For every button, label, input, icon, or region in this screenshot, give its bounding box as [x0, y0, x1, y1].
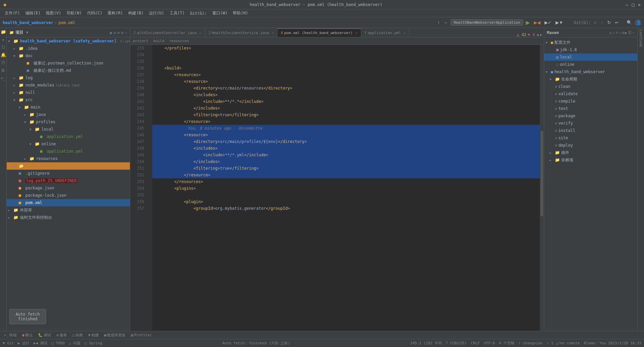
tab-service[interactable]: J HealthIncidentService.java ✕	[205, 28, 277, 37]
maven-config-folder[interactable]: ▼ ■ 配置文件	[544, 39, 637, 46]
status-spring[interactable]: ○ Spring	[84, 341, 102, 345]
tree-item-package[interactable]: ■ package.json	[7, 184, 130, 192]
status-git[interactable]: ▼ Git	[3, 341, 14, 345]
menu-file[interactable]: 文件(F)	[3, 10, 22, 17]
maximize-button[interactable]: □	[632, 2, 634, 7]
menu-refactor[interactable]: 重构(R)	[105, 10, 125, 17]
maven-online[interactable]: ☐ online	[544, 61, 637, 68]
tree-item-online-folder[interactable]: ▼ 📁 online	[7, 140, 130, 148]
bottom-tab-terminal[interactable]: >_ 终端	[3, 333, 18, 338]
status-problems[interactable]: △ 问题	[69, 341, 80, 346]
tree-item-online-yml[interactable]: ■ application.yml	[7, 148, 130, 155]
code-area[interactable]: </profiles> <build> <resources> <resourc…	[152, 45, 540, 331]
menu-code[interactable]: 代码(C)	[85, 10, 104, 17]
debug-button[interactable]: ▶◀	[532, 19, 542, 26]
maven-test[interactable]: ⚙ test	[544, 105, 637, 112]
close-panel-icon[interactable]: −	[125, 30, 127, 35]
maven-remove-icon[interactable]: −	[619, 30, 621, 35]
maven-settings-icon[interactable]: ⚙	[622, 30, 624, 35]
maven-close-icon[interactable]: −	[632, 30, 635, 35]
status-encoding[interactable]: UTF-8	[484, 341, 495, 345]
tree-item-gitignore[interactable]: ■ .gitignore	[7, 170, 130, 177]
terminal-icon-left[interactable]: >_	[1, 75, 6, 80]
scrollbar-area[interactable]	[540, 45, 544, 331]
back-button[interactable]: ←	[442, 19, 449, 26]
tab-close-1[interactable]: ✕	[199, 31, 201, 35]
structure-icon[interactable]: ☷	[1, 45, 5, 50]
tree-item-java[interactable]: ► 📁 java	[7, 111, 130, 118]
status-lineending[interactable]: CRLF	[471, 341, 480, 345]
breadcrumb-resources[interactable]: resources	[169, 39, 189, 43]
menu-navigate[interactable]: 导航(N)	[64, 10, 84, 17]
tree-item-null[interactable]: ► 📁 null	[7, 89, 130, 96]
tab-controller[interactable]: J althIncidentController.java ✕	[130, 28, 205, 37]
tab-pom[interactable]: X pom.xml (health_band_webserver) ✕	[277, 28, 361, 37]
bottom-tab-db[interactable]: ▣ 数据库更改	[103, 333, 127, 338]
maven-download-icon[interactable]: ↓	[613, 30, 615, 35]
vcs-icon[interactable]: ☶	[1, 60, 5, 65]
maven-deploy[interactable]: ⚙ deploy	[544, 142, 637, 149]
search-everywhere-button[interactable]: 🔍	[625, 19, 633, 26]
tree-item-local-yml[interactable]: ■ application.yml	[7, 133, 130, 140]
tab-close-4[interactable]: ✕	[404, 31, 406, 35]
project-icon[interactable]: 📁	[1, 29, 6, 34]
tree-item-main[interactable]: ▼ 📁 main	[7, 104, 130, 111]
maven-refresh-icon[interactable]: ↻	[609, 30, 612, 35]
status-debug-btn[interactable]: ▶◀ 调试	[33, 341, 47, 346]
locate-icon[interactable]: ◉	[110, 30, 112, 35]
bottom-tab-services[interactable]: ⚙ 服务	[55, 333, 68, 338]
scrollbar-thumb[interactable]	[541, 131, 543, 216]
status-run[interactable]: ▶ 运行	[18, 341, 29, 346]
tree-item-external[interactable]: ► 📁 外部库	[7, 206, 130, 214]
maven-project-root[interactable]: ▼ ■ health_band_webserver	[544, 68, 637, 75]
menu-window[interactable]: 窗口(W)	[210, 10, 230, 17]
close-button[interactable]: ✕	[638, 2, 641, 7]
maven-local[interactable]: ☑ local	[544, 53, 637, 61]
maven-run-icon[interactable]: ▶	[625, 30, 627, 35]
scroll-left-icon[interactable]: ◀	[536, 32, 539, 37]
maven-dependencies-folder[interactable]: ► 📁 依赖项	[544, 156, 637, 164]
tree-item-logpath[interactable]: ■ log.path_IS_UNDEFINED	[7, 177, 130, 184]
menu-tools[interactable]: 工具(T)	[168, 10, 187, 17]
git-commit-button[interactable]: ✓	[592, 19, 599, 26]
maven-lifecycle-folder[interactable]: ▼ 📁 生命周期	[544, 75, 637, 83]
panel-dropdown-icon[interactable]: ▼	[26, 30, 28, 35]
vcs-update-button[interactable]: ↑	[436, 19, 441, 26]
bottom-tab-debug[interactable]: 🐛 调试	[37, 333, 52, 338]
tree-item-resources[interactable]: ► 📁 resources	[7, 155, 130, 162]
tab-yml[interactable]: Y application.yml ✕	[361, 28, 409, 37]
menu-run[interactable]: 运行(U)	[147, 10, 166, 17]
tree-item-profiles[interactable]: ▼ 📁 profiles	[7, 118, 130, 126]
settings-icon[interactable]: ⚙	[121, 30, 124, 35]
tree-item-nodemodules[interactable]: ► 📁 node_modules library root	[7, 81, 130, 89]
maven-site[interactable]: ⚙ site	[544, 134, 637, 142]
breadcrumb-project[interactable]: project	[133, 39, 148, 43]
scroll-right-icon[interactable]: ▶	[540, 32, 543, 37]
menu-help[interactable]: 帮助(H)	[231, 10, 250, 17]
git-undo-button[interactable]: ↩	[614, 19, 620, 26]
tree-item-pom[interactable]: ■ pom.xml	[7, 199, 130, 206]
tree-item-target[interactable]: ► 📁 target	[7, 162, 130, 170]
tree-item-root[interactable]: ▼ 📁 health_band_webserver [safety_webser…	[7, 37, 130, 45]
status-branch[interactable]: ↑ shangxian	[518, 341, 543, 345]
git-fetch-button[interactable]: ↻	[606, 19, 612, 26]
status-todo[interactable]: □ TODO	[51, 341, 65, 345]
tree-item-postman[interactable]: ■ 健康记.postman_collection.json	[7, 59, 130, 67]
tree-item-log[interactable]: ► 📁 log	[7, 74, 130, 81]
minimize-button[interactable]: —	[626, 2, 628, 7]
bookmarks-icon[interactable]: ★	[2, 37, 5, 42]
tab-close-2[interactable]: ✕	[272, 31, 274, 35]
menu-build[interactable]: 构建(B)	[126, 10, 146, 17]
tree-item-scratch[interactable]: ► 📁 临时文件和控制台	[7, 214, 130, 221]
run-button[interactable]: ▶	[524, 19, 531, 26]
coverage-button[interactable]: ▶✓	[543, 19, 553, 26]
maven-plugins-folder[interactable]: ► 📁 插件	[544, 149, 637, 156]
database-icon[interactable]: 🗏	[1, 68, 5, 73]
tree-item-idea[interactable]: ► 📁 .idea	[7, 45, 130, 52]
breadcrumb-build[interactable]: build	[153, 39, 164, 43]
maven-jdk[interactable]: ■ jdk-1.8	[544, 46, 637, 53]
bottom-tab-breakpoints[interactable]: ● 断点	[21, 333, 34, 338]
menu-view[interactable]: 视图(V)	[44, 10, 63, 17]
expand-all-icon[interactable]: ≡	[114, 30, 116, 35]
collapse-all-icon[interactable]: ≠	[117, 30, 120, 35]
